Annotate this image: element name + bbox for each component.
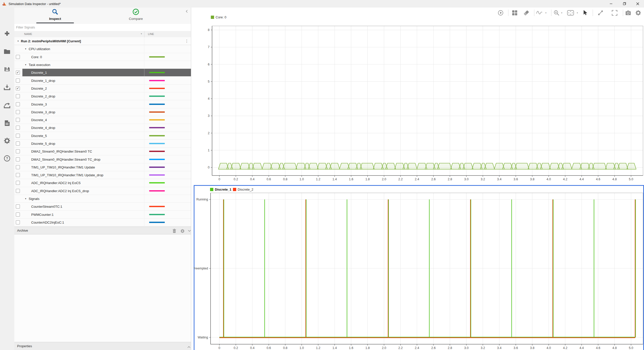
signal-checkbox[interactable] (16, 126, 20, 130)
signal-checkbox[interactable]: ✓ (16, 86, 20, 90)
expand-caret-icon[interactable]: ▼ (25, 64, 27, 66)
signal-checkbox[interactable] (16, 189, 20, 193)
signal-row[interactable]: CounterADC2InjEoC:1 (14, 219, 191, 226)
signal-row[interactable]: ✓Discrete_1 (14, 69, 191, 77)
column-name[interactable]: NAME (24, 32, 32, 36)
open-folder-button[interactable] (2, 46, 12, 57)
settings-gear-icon[interactable] (634, 9, 642, 17)
signal-row[interactable]: Discrete_2_drop (14, 92, 191, 100)
signal-row[interactable]: PWMCounter:1 (14, 211, 191, 219)
snapshot-camera-icon[interactable] (624, 9, 632, 17)
signal-row[interactable]: DMA2_Stream0_IRQHandler:Stream0 TC_drop (14, 155, 191, 163)
expand-caret-icon[interactable]: ▼ (17, 40, 19, 42)
signal-line-swatch[interactable] (149, 72, 165, 73)
cpu-utilization-plot[interactable]: 01234567800.20.40.60.81.01.21.41.61.82.0… (191, 18, 644, 184)
signal-row[interactable]: Discrete_1_drop (14, 77, 191, 84)
fit-to-view-icon[interactable] (567, 9, 574, 17)
signal-row[interactable]: ✓Discrete_2 (14, 85, 191, 92)
signal-checkbox[interactable] (16, 79, 20, 83)
signal-checkbox[interactable] (16, 134, 20, 138)
signal-checkbox[interactable] (16, 181, 20, 185)
signal-wave-dropdown-caret[interactable]: ▼ (545, 12, 547, 14)
signal-row[interactable]: Core: 0 (14, 53, 191, 61)
archive-bar[interactable]: Archive (14, 227, 191, 234)
signal-line-swatch[interactable] (149, 206, 165, 207)
signal-checkbox[interactable] (16, 165, 20, 169)
signal-checkbox[interactable] (16, 142, 20, 146)
expand-caret-icon[interactable]: ▼ (25, 48, 27, 50)
signal-line-swatch[interactable] (149, 127, 165, 128)
signal-line-swatch[interactable] (149, 166, 165, 168)
group-row[interactable]: ▼Task execution (14, 61, 191, 69)
signal-row[interactable]: ADC_IRQHandler:ADC2 Inj EoCS (14, 179, 191, 187)
signal-checkbox[interactable] (16, 204, 20, 208)
tab-inspect[interactable]: Inspect (35, 9, 75, 21)
minimize-button[interactable] (605, 0, 617, 7)
layout-grid-icon[interactable] (511, 9, 518, 17)
replay-icon[interactable] (497, 9, 504, 17)
restore-button[interactable] (618, 0, 631, 7)
task-execution-chart-selected[interactable]: Discrete_1Discrete_2 RunningPreemptedWai… (194, 185, 644, 350)
signal-line-swatch[interactable] (149, 56, 165, 57)
zoom-in-icon[interactable] (553, 9, 560, 17)
signal-line-swatch[interactable] (149, 119, 165, 121)
signal-line-swatch[interactable] (149, 88, 165, 89)
eraser-icon[interactable] (522, 9, 530, 17)
signal-checkbox[interactable] (16, 118, 20, 122)
signal-checkbox[interactable] (16, 220, 20, 224)
signal-row[interactable]: Discrete_4 (14, 116, 191, 124)
signal-line-swatch[interactable] (149, 80, 165, 81)
signal-checkbox[interactable] (16, 149, 20, 153)
signal-checkbox[interactable] (16, 102, 20, 106)
signal-checkbox[interactable] (16, 55, 20, 59)
filter-signals-input[interactable] (14, 24, 186, 30)
signal-checkbox[interactable] (16, 213, 20, 217)
signal-row[interactable]: CounterStream0TC:1 (14, 203, 191, 211)
trash-icon[interactable] (172, 228, 177, 234)
add-button[interactable] (2, 28, 12, 39)
fit-dropdown-caret[interactable]: ▼ (576, 12, 578, 14)
signal-row[interactable]: Discrete_3_drop (14, 108, 191, 116)
signal-line-swatch[interactable] (149, 214, 165, 215)
group-row[interactable]: ▼CPU utilization (14, 45, 191, 53)
signal-row[interactable]: Discrete_4_drop (14, 124, 191, 132)
zoom-dropdown-caret[interactable]: ▼ (561, 12, 563, 14)
signal-line-swatch[interactable] (149, 111, 165, 113)
signal-checkbox[interactable] (16, 157, 20, 161)
signal-checkbox[interactable] (16, 94, 20, 98)
report-button[interactable] (2, 118, 12, 128)
signal-line-swatch[interactable] (149, 143, 165, 144)
group-row[interactable]: ▼Signals (14, 195, 191, 203)
run-row[interactable]: ▼Run 2: mstmPeriphsWithHWI [Current]⋮ (14, 37, 191, 45)
export-button[interactable] (2, 100, 12, 111)
import-button[interactable] (2, 82, 12, 93)
signal-checkbox[interactable] (16, 173, 20, 177)
signal-checkbox[interactable]: ✓ (16, 71, 20, 75)
properties-bar[interactable]: Properties (14, 342, 191, 350)
pointer-icon[interactable] (582, 9, 589, 17)
run-options-kebab-icon[interactable]: ⋮ (185, 39, 189, 43)
signal-wave-icon[interactable] (536, 9, 543, 17)
signal-line-swatch[interactable] (149, 135, 165, 136)
signal-row[interactable]: TIM1_UP_TIM10_IRQHandler:TIM1 Update_dro… (14, 171, 191, 179)
help-button[interactable]: ? (2, 153, 12, 164)
signal-row[interactable]: DMA2_Stream0_IRQHandler:Stream0 TC (14, 148, 191, 155)
signal-line-swatch[interactable] (149, 151, 165, 152)
tab-compare[interactable]: Compare (116, 9, 156, 21)
signal-line-swatch[interactable] (149, 182, 165, 184)
fullscreen-icon[interactable] (611, 9, 618, 17)
signal-checkbox[interactable] (16, 110, 20, 114)
signal-line-swatch[interactable] (149, 222, 165, 223)
expand-icon[interactable] (597, 9, 604, 17)
signal-line-swatch[interactable] (149, 174, 165, 176)
signal-row[interactable]: Discrete_3 (14, 100, 191, 108)
signal-line-swatch[interactable] (149, 190, 165, 191)
task-execution-plot[interactable]: RunningPreemptedWaiting00.20.40.60.81.01… (194, 185, 644, 350)
gear-icon[interactable] (180, 228, 185, 234)
preferences-gear-button[interactable] (2, 135, 12, 146)
expand-caret-icon[interactable]: ▼ (25, 198, 27, 200)
signal-row[interactable]: TIM1_UP_TIM10_IRQHandler:TIM1 Update (14, 163, 191, 171)
chevron-up-icon[interactable] (186, 344, 192, 350)
sort-caret-icon[interactable]: ▼ (140, 33, 142, 35)
signal-line-swatch[interactable] (149, 96, 165, 97)
